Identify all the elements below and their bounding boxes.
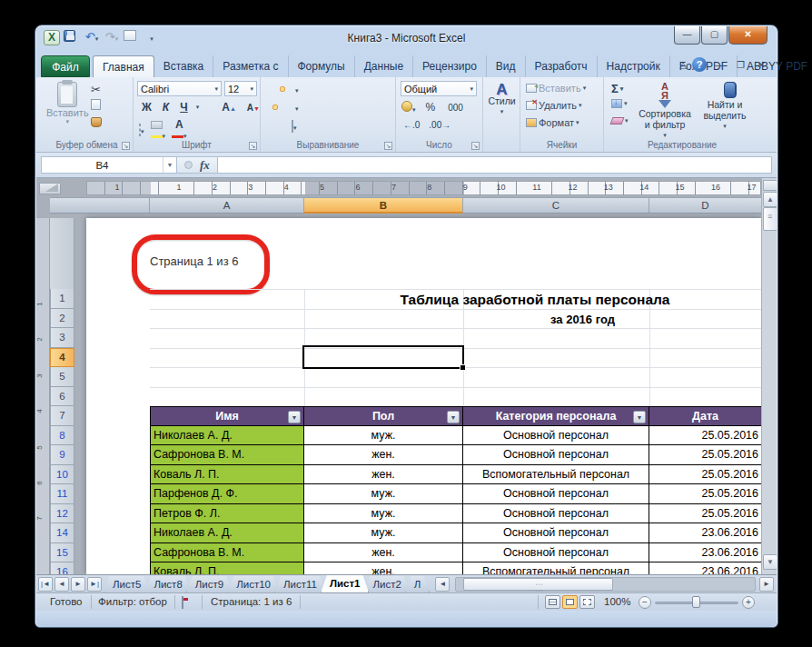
increase-indent-button[interactable]	[272, 124, 278, 129]
ribbon-tab-1[interactable]: Главная	[93, 55, 154, 77]
horizontal-scrollbar[interactable]	[455, 577, 756, 592]
file-tab[interactable]: Файл	[41, 55, 90, 77]
table-cell[interactable]: жен.	[304, 543, 463, 563]
sheet-tab-Лист10[interactable]: Лист10	[227, 576, 280, 593]
row-header-3[interactable]: 3	[50, 328, 74, 348]
name-box-dropdown-icon[interactable]: ▼	[163, 157, 176, 173]
zoom-in-icon[interactable]: +	[742, 596, 755, 609]
row-header-2[interactable]: 2	[50, 309, 74, 329]
table-cell[interactable]: муж.	[304, 484, 463, 504]
grow-font-button[interactable]: А▲	[219, 101, 239, 114]
insert-function-button[interactable]: fx	[200, 158, 210, 173]
sheet-subtitle[interactable]: за 2016 год	[404, 313, 761, 326]
ribbon-tab-3[interactable]: Разметка с	[213, 55, 288, 77]
row-header-7[interactable]: 7	[50, 406, 74, 426]
vertical-scrollbar[interactable]: ▲ ▼	[761, 178, 777, 574]
table-cell[interactable]: 23.06.2016	[649, 543, 761, 563]
table-cell[interactable]: Петров Ф. Л.	[150, 504, 304, 524]
sheet-tab-Лист9[interactable]: Лист9	[186, 576, 233, 593]
insert-cells-button[interactable]: ◂ Вставить▾	[526, 83, 586, 94]
row-header-11[interactable]: 11	[50, 484, 74, 504]
column-header-B[interactable]: B	[304, 197, 463, 214]
row-header-14[interactable]: 14	[50, 523, 74, 543]
ruler-corner-button[interactable]	[39, 183, 61, 194]
table-cell[interactable]: Николаев А. Д.	[150, 426, 304, 446]
font-color-button[interactable]: А ▾	[172, 120, 187, 140]
table-cell[interactable]: муж.	[304, 523, 463, 543]
row-header-10[interactable]: 10	[50, 465, 74, 485]
first-sheet-icon[interactable]: |◄	[38, 577, 53, 592]
table-cell[interactable]: Основной персонал	[463, 426, 649, 446]
scroll-up-icon[interactable]: ▲	[763, 192, 777, 207]
macro-record-icon[interactable]	[182, 597, 183, 608]
table-header-2[interactable]: Пол▼	[304, 406, 463, 426]
format-cells-button[interactable]: Формат▾	[526, 117, 579, 128]
doc-restore-icon[interactable]: ❐	[733, 60, 748, 70]
font-family-combo[interactable]: Calibri▾	[137, 81, 222, 96]
align-bottom-button[interactable]	[280, 86, 285, 92]
clear-button[interactable]: ▾	[611, 117, 629, 124]
table-cell[interactable]: муж.	[304, 504, 463, 524]
align-top-button[interactable]	[265, 86, 271, 92]
font-dialog-launcher[interactable]: ↘	[249, 142, 257, 150]
table-cell[interactable]: Сафронова В. М.	[150, 445, 304, 465]
number-format-combo[interactable]: Общий▾	[401, 81, 477, 96]
fill-color-button[interactable]: ▾	[151, 121, 166, 140]
styles-button[interactable]: А Стили ▾	[487, 85, 517, 117]
copy-button[interactable]	[91, 99, 101, 110]
fill-button[interactable]: ↓▾	[611, 99, 628, 108]
table-header-4[interactable]: Дата	[649, 406, 761, 426]
vertical-scroll-thumb[interactable]	[763, 207, 777, 231]
collapse-ribbon-icon[interactable]: △	[679, 60, 687, 70]
table-cell[interactable]: Николаев А. Д.	[150, 523, 304, 543]
sheet-tab-Лист5[interactable]: Лист5	[104, 576, 150, 593]
sort-filter-button[interactable]: АЯ Сортировка и фильтр▾	[635, 82, 695, 141]
sheet-tab-Лист8[interactable]: Лист8	[144, 576, 191, 593]
restore-button[interactable]: ▢	[701, 26, 728, 45]
tab-scroll-left-icon[interactable]: ◄	[435, 577, 450, 592]
bold-button[interactable]: Ж	[139, 101, 154, 114]
filter-dropdown-icon[interactable]: ▼	[633, 411, 646, 423]
merge-center-button[interactable]: ▾	[289, 118, 300, 134]
decrease-decimal-button[interactable]: .00→	[429, 120, 451, 130]
percent-style-button[interactable]: %	[423, 101, 439, 114]
customize-qat-button[interactable]: ▾	[144, 30, 160, 45]
table-cell[interactable]: Парфенов Д. Ф.	[150, 484, 304, 504]
delete-cells-button[interactable]: ✕ Удалить▾	[526, 100, 582, 111]
doc-minimize-icon[interactable]: —	[712, 60, 728, 70]
column-header-C[interactable]: C	[463, 197, 649, 214]
row-header-8[interactable]: 8	[50, 426, 74, 446]
table-cell[interactable]: Основной персонал	[463, 445, 649, 465]
table-cell[interactable]: 25.05.2016	[649, 504, 761, 524]
font-size-combo[interactable]: 12▾	[224, 81, 257, 96]
sheet-tab-Л[interactable]: Л	[405, 576, 431, 593]
row-header-1[interactable]: 1	[50, 289, 74, 309]
page-layout-view-icon[interactable]	[562, 595, 578, 609]
column-header-A[interactable]: A	[150, 197, 304, 214]
row-header-12[interactable]: 12	[50, 504, 74, 524]
table-cell[interactable]: 23.06.2016	[649, 523, 761, 543]
sheet-tab-Лист11[interactable]: Лист11	[274, 576, 326, 593]
last-sheet-icon[interactable]: ►|	[87, 577, 102, 592]
table-cell[interactable]: жен.	[304, 562, 463, 574]
table-cell[interactable]: 23.06.2016	[649, 562, 761, 574]
table-cell[interactable]: муж.	[304, 426, 463, 446]
filter-dropdown-icon[interactable]: ▼	[447, 411, 460, 423]
ribbon-tab-2[interactable]: Вставка	[154, 55, 214, 77]
alignment-dialog-launcher[interactable]: ↘	[384, 142, 392, 150]
ribbon-tab-8[interactable]: Разработч	[526, 55, 598, 77]
orientation-button[interactable]: ▾	[292, 81, 302, 97]
zoom-level[interactable]: 100%	[604, 596, 630, 607]
next-sheet-icon[interactable]: ►	[71, 577, 85, 592]
shrink-font-button[interactable]: А▼	[244, 103, 262, 113]
table-cell[interactable]: 25.05.2016	[649, 445, 761, 465]
doc-close-icon[interactable]: ✕	[754, 60, 769, 70]
row-header-9[interactable]: 9	[50, 445, 74, 465]
underline-button[interactable]: Ч	[177, 101, 190, 114]
table-header-3[interactable]: Категория персонала▼	[463, 406, 649, 426]
table-cell[interactable]: Основной персонал	[463, 523, 649, 543]
italic-button[interactable]: К	[160, 101, 172, 114]
ribbon-tab-4[interactable]: Формулы	[289, 55, 355, 77]
table-cell[interactable]: Вспомогательный персонал	[463, 465, 649, 485]
sheet-tab-Лист1[interactable]: Лист1	[321, 575, 370, 593]
